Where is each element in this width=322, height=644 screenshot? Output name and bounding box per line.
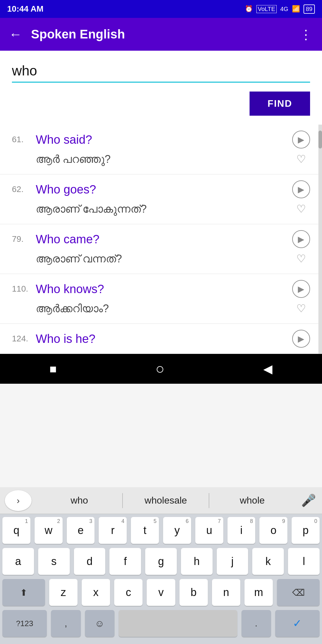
app-title: Spoken English	[31, 27, 290, 41]
volte-icon: VoLTE	[256, 5, 277, 13]
key-r[interactable]: r4	[99, 517, 127, 544]
key-w[interactable]: w2	[35, 517, 63, 544]
favorite-button-110[interactable]: ♡	[292, 300, 310, 318]
key-o[interactable]: o9	[259, 517, 287, 544]
key-h[interactable]: h	[181, 548, 213, 575]
result-english-61: Who said?	[36, 133, 292, 146]
keyboard-suggestions: › who wholesale whole 🎤	[0, 487, 322, 514]
result-number-62: 62.	[12, 185, 36, 194]
result-item-61: 61. Who said? ▶ ആര്‍ പറഞ്ഞു? ♡	[0, 125, 322, 174]
result-english-110: Who knows?	[36, 282, 292, 296]
key-e[interactable]: e3	[67, 517, 95, 544]
suggestion-arrow-button[interactable]: ›	[5, 490, 32, 511]
key-c[interactable]: c	[114, 579, 143, 606]
key-d[interactable]: d	[74, 548, 106, 575]
find-button-row: FIND	[12, 92, 310, 116]
result-number-110: 110.	[12, 284, 36, 294]
alarm-icon: ⏰	[245, 5, 253, 13]
key-n[interactable]: n	[212, 579, 240, 606]
period-key[interactable]: .	[242, 610, 271, 637]
battery-icon: 89	[304, 4, 315, 14]
key-row-1: q1 w2 e3 r4 t5 y6 u7 i8 o9 p0	[2, 517, 320, 544]
key-y[interactable]: y6	[163, 517, 191, 544]
result-item-62: 62. Who goes? ▶ ആരാണ് പോകുന്നത്? ♡	[0, 174, 322, 224]
result-malayalam-61: ആര്‍ പറഞ്ഞു?	[12, 153, 292, 165]
emoji-key[interactable]: ☺	[85, 610, 114, 637]
nav-home-button[interactable]: ○	[155, 360, 164, 377]
suggestion-whole[interactable]: whole	[209, 492, 295, 509]
result-item-110: 110. Who knows? ▶ ആര്‍ക്കറിയാം? ♡	[0, 274, 322, 324]
signal-icon: 📶	[292, 5, 300, 13]
backspace-key[interactable]: ⌫	[277, 579, 320, 606]
key-p[interactable]: p0	[292, 517, 320, 544]
nav-back-button[interactable]: ◀	[263, 362, 273, 376]
app-bar: ← Spoken English ⋮	[0, 18, 322, 51]
key-b[interactable]: b	[179, 579, 208, 606]
result-english-79: Who came?	[36, 233, 292, 246]
status-bar: 10:44 AM ⏰ VoLTE 4G 📶 89	[0, 0, 322, 18]
results-list: 61. Who said? ▶ ആര്‍ പറഞ്ഞു? ♡ 62. Who g…	[0, 125, 322, 354]
key-row-4: ?123 , ☺ . ✓	[2, 610, 320, 637]
play-button-61[interactable]: ▶	[292, 131, 310, 148]
scrollbar-track[interactable]	[318, 125, 322, 354]
result-number-61: 61.	[12, 135, 36, 144]
symbols-key[interactable]: ?123	[2, 610, 47, 637]
key-v[interactable]: v	[147, 579, 175, 606]
result-row-en-62: 62. Who goes? ▶	[12, 180, 310, 198]
result-row-en-61: 61. Who said? ▶	[12, 131, 310, 148]
find-button[interactable]: FIND	[250, 92, 310, 116]
key-k[interactable]: k	[252, 548, 284, 575]
result-malayalam-110: ആര്‍ക്കറിയാം?	[12, 302, 292, 315]
menu-button[interactable]: ⋮	[299, 27, 313, 42]
result-malayalam-62: ആരാണ് പോകുന്നത്?	[12, 203, 292, 215]
key-row-3: ⬆ z x c v b n m ⌫	[2, 579, 320, 606]
mic-icon[interactable]: 🎤	[301, 493, 316, 507]
scrollbar-thumb[interactable]	[318, 131, 322, 148]
play-button-62[interactable]: ▶	[292, 180, 310, 198]
favorite-button-79[interactable]: ♡	[292, 250, 310, 268]
done-key[interactable]: ✓	[275, 610, 320, 637]
suggestion-who[interactable]: who	[36, 492, 122, 509]
key-t[interactable]: t5	[131, 517, 159, 544]
nav-square-button[interactable]: ■	[49, 362, 57, 376]
favorite-button-61[interactable]: ♡	[292, 150, 310, 168]
result-row-ml-62: ആരാണ് പോകുന്നത്? ♡	[12, 198, 310, 218]
result-item-79: 79. Who came? ▶ ആരാണ് വന്നത്? ♡	[0, 224, 322, 274]
result-row-ml-79: ആരാണ് വന്നത്? ♡	[12, 248, 310, 268]
favorite-button-62[interactable]: ♡	[292, 200, 310, 218]
result-item-124: 124. Who is he? ▶	[0, 324, 322, 354]
key-l[interactable]: l	[288, 548, 320, 575]
shift-key[interactable]: ⬆	[2, 579, 45, 606]
key-f[interactable]: f	[109, 548, 141, 575]
key-g[interactable]: g	[145, 548, 177, 575]
result-malayalam-79: ആരാണ് വന്നത്?	[12, 253, 292, 265]
key-x[interactable]: x	[82, 579, 110, 606]
search-input[interactable]	[12, 63, 310, 79]
result-row-en-110: 110. Who knows? ▶	[12, 280, 310, 298]
space-key[interactable]	[119, 610, 237, 637]
key-s[interactable]: s	[38, 548, 70, 575]
suggestion-wholesale[interactable]: wholesale	[123, 492, 209, 509]
key-row-2: a s d f g h j k l	[2, 548, 320, 575]
key-i[interactable]: i8	[227, 517, 256, 544]
result-english-124: Who is he?	[36, 332, 292, 346]
key-a[interactable]: a	[2, 548, 34, 575]
status-time: 10:44 AM	[7, 4, 44, 14]
nav-bar: ■ ○ ◀	[0, 354, 322, 384]
result-number-79: 79.	[12, 234, 36, 244]
key-u[interactable]: u7	[195, 517, 223, 544]
key-q[interactable]: q1	[2, 517, 30, 544]
play-button-124[interactable]: ▶	[292, 330, 310, 348]
key-z[interactable]: z	[49, 579, 78, 606]
back-button[interactable]: ←	[9, 27, 22, 42]
play-button-79[interactable]: ▶	[292, 230, 310, 248]
play-button-110[interactable]: ▶	[292, 280, 310, 298]
key-m[interactable]: m	[244, 579, 273, 606]
result-row-ml-61: ആര്‍ പറഞ്ഞു? ♡	[12, 148, 310, 168]
result-row-en-79: 79. Who came? ▶	[12, 230, 310, 248]
status-icons: ⏰ VoLTE 4G 📶 89	[245, 4, 315, 14]
network-icon: 4G	[280, 6, 288, 13]
comma-key[interactable]: ,	[51, 610, 80, 637]
key-j[interactable]: j	[217, 548, 248, 575]
search-area: FIND	[0, 51, 322, 125]
